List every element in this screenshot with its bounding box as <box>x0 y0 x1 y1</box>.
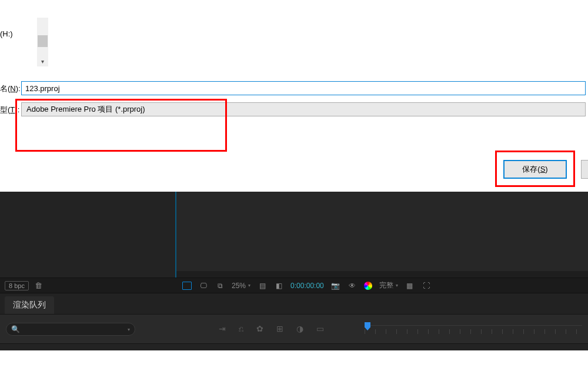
zoom-value: 25% <box>232 282 246 290</box>
zoom-dropdown[interactable]: 25% ▾ <box>232 282 250 290</box>
show-snapshot-icon[interactable]: 👁 <box>348 282 357 290</box>
layers-icon[interactable]: ▤ <box>258 282 267 290</box>
filename-input[interactable] <box>21 81 586 95</box>
fullscreen-icon[interactable]: ⛶ <box>422 282 431 290</box>
filename-label: 名(N): <box>0 83 21 94</box>
lower-panel-tabs: 渲染队列 <box>0 293 588 314</box>
scrollbar-thumb[interactable] <box>38 35 48 47</box>
filename-row: 名(N): <box>0 81 588 98</box>
trash-icon[interactable]: 🗑 <box>35 281 42 290</box>
render-progress-timeline[interactable] <box>365 325 582 333</box>
save-button[interactable]: 保存(S) <box>503 160 567 179</box>
rq-icon-4[interactable]: ⊞ <box>276 324 283 333</box>
rq-icon-2[interactable]: ⎌ <box>239 324 243 333</box>
filetype-select[interactable]: Adobe Premiere Pro 项目 (*.prproj) <box>21 102 586 116</box>
resolution-value: 完整 <box>379 280 393 290</box>
monitor-icon[interactable]: 🖵 <box>199 282 208 290</box>
chevron-down-icon: ▾ <box>128 327 130 332</box>
composition-viewer[interactable] <box>176 192 588 271</box>
page-bottom-margin <box>0 350 588 381</box>
mask-toggle-icon[interactable]: ⧉ <box>215 282 225 290</box>
alpha-channel-icon[interactable]: ◧ <box>274 282 283 290</box>
chevron-down-icon: ▾ <box>396 283 398 288</box>
project-panel-footer: 8 bpc 🗑 <box>0 278 176 293</box>
tab-render-queue[interactable]: 渲染队列 <box>5 296 54 314</box>
scrollbar-down-arrow-icon[interactable]: ▾ <box>38 56 48 66</box>
grid-icon[interactable]: ▦ <box>405 282 415 290</box>
chevron-down-icon: ▾ <box>248 283 250 288</box>
snapshot-camera-icon[interactable]: 📷 <box>331 282 340 290</box>
rq-icon-3[interactable]: ✿ <box>256 324 263 333</box>
rq-icon-5[interactable]: ◑ <box>296 324 303 333</box>
render-controls-toolbar: ⇥ ⎌ ✿ ⊞ ◑ ▭ <box>219 324 324 333</box>
current-time[interactable]: 0:00:00:00 <box>290 282 324 290</box>
search-icon: 🔍 <box>11 325 20 333</box>
timeline-ruler-ticks <box>365 329 582 334</box>
region-of-interest-icon[interactable] <box>182 282 192 290</box>
filetype-label: 型(T): <box>0 105 19 115</box>
rq-icon-1[interactable]: ⇥ <box>219 324 226 333</box>
save-dialog: (H:) ▾ 名(N): 型(T): Adobe Premiere Pro 项目… <box>0 0 588 192</box>
filetype-row: 型(T): Adobe Premiere Pro 项目 (*.prproj) <box>0 102 588 116</box>
drive-label: (H:) <box>0 29 13 38</box>
file-list-scrollbar[interactable]: ▾ <box>37 18 48 66</box>
color-management-icon[interactable] <box>364 282 372 290</box>
cancel-button-edge[interactable] <box>581 160 588 179</box>
resolution-dropdown[interactable]: 完整 ▾ <box>379 280 398 290</box>
bpc-badge[interactable]: 8 bpc <box>5 281 29 290</box>
filetype-selected-value: Adobe Premiere Pro 项目 (*.prproj) <box>26 104 145 115</box>
render-queue-search[interactable]: 🔍 ▾ <box>6 323 135 336</box>
rq-icon-6[interactable]: ▭ <box>316 324 324 333</box>
viewer-footer: 🖵 ⧉ 25% ▾ ▤ ◧ 0:00:00:00 📷 👁 完整 ▾ ▦ ⛶ <box>176 278 588 293</box>
